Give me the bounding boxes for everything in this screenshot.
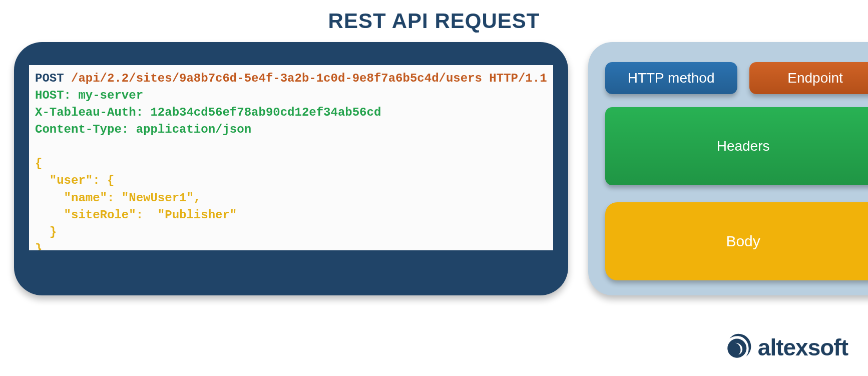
legend-body: Body [605,202,868,280]
main-row: POST /api/2.2/sites/9a8b7c6d-5e4f-3a2b-1… [0,42,868,295]
brand-text: altexsoft [758,334,848,361]
legend-http-method: HTTP method [605,62,737,94]
diagram-title: REST API REQUEST [0,9,868,33]
legend-top-row: HTTP method Endpoint [605,62,868,94]
brand-logo: altexsoft [724,332,848,363]
code-method: POST [35,72,64,85]
brand-icon [724,332,753,363]
legend-headers: Headers [605,107,868,185]
legend-panel: HTTP method Endpoint Headers Body [588,42,868,295]
code-body: { "user": { "name": "NewUser1", "siteRol… [35,157,237,250]
code-panel: POST /api/2.2/sites/9a8b7c6d-5e4f-3a2b-1… [14,42,568,295]
legend-endpoint: Endpoint [749,62,868,94]
code-endpoint: /api/2.2/sites/9a8b7c6d-5e4f-3a2b-1c0d-9… [64,72,547,85]
code-headers: HOST: my-server X-Tableau-Auth: 12ab34cd… [35,89,381,136]
svg-point-0 [727,339,746,358]
code-block: POST /api/2.2/sites/9a8b7c6d-5e4f-3a2b-1… [29,65,553,250]
